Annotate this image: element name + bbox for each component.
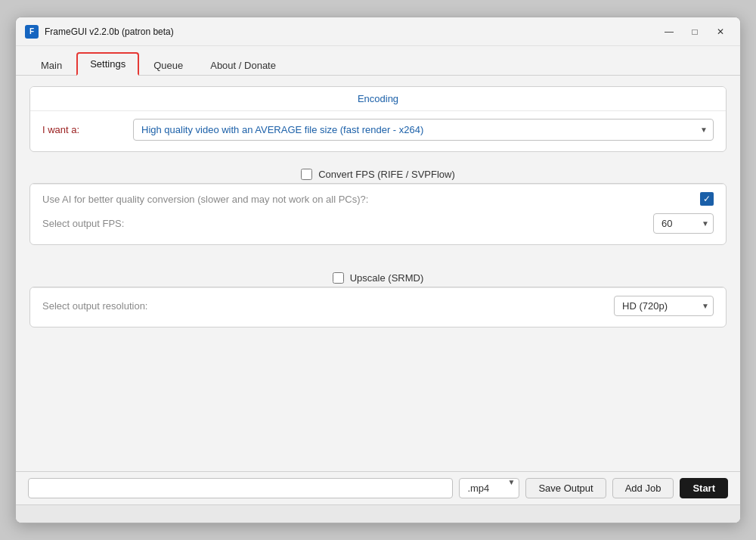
- tabs-bar: Main Settings Queue About / Donate: [16, 46, 740, 76]
- fps-checkbox[interactable]: [301, 169, 312, 180]
- fps-checkbox-header: Convert FPS (RIFE / SVPFlow): [29, 163, 727, 183]
- upscale-section: Upscale (SRMD) Select output resolution:…: [29, 266, 727, 327]
- ext-select[interactable]: .mp4 .mkv .avi .mov: [459, 478, 519, 498]
- app-icon: F: [25, 25, 39, 39]
- encoding-field-row: I want a: High quality video with an AVE…: [42, 119, 714, 141]
- resolution-row: Select output resolution: HD (720p) Full…: [42, 296, 714, 316]
- add-job-button[interactable]: Add Job: [612, 478, 674, 498]
- tab-main[interactable]: Main: [28, 54, 75, 76]
- status-bar: [16, 504, 740, 523]
- content-area: Encoding I want a: High quality video wi…: [16, 76, 740, 471]
- tab-queue[interactable]: Queue: [141, 54, 196, 76]
- ext-select-wrapper: .mp4 .mkv .avi .mov ▼: [459, 478, 519, 498]
- window-title: FrameGUI v2.2.0b (patron beta): [45, 26, 658, 37]
- upscale-checkbox-header: Upscale (SRMD): [29, 266, 727, 287]
- resolution-select[interactable]: HD (720p) Full HD (1080p) 4K (2160p): [614, 296, 714, 316]
- fps-checkbox-label[interactable]: Convert FPS (RIFE / SVPFlow): [318, 169, 455, 180]
- fps-card: Use AI for better quality conversion (sl…: [29, 183, 727, 245]
- bottom-bar: .mp4 .mkv .avi .mov ▼ Save Output Add Jo…: [16, 471, 740, 504]
- encoding-select[interactable]: High quality video with an AVERAGE file …: [133, 119, 714, 141]
- upscale-checkbox[interactable]: [333, 272, 344, 284]
- fps-body: Use AI for better quality conversion (sl…: [30, 184, 726, 244]
- encoding-header: Encoding: [30, 87, 726, 110]
- fps-select[interactable]: 24 30 60 120: [653, 213, 714, 234]
- encoding-body: I want a: High quality video with an AVE…: [30, 110, 726, 151]
- resolution-label: Select output resolution:: [42, 300, 614, 312]
- fps-section: Convert FPS (RIFE / SVPFlow) Use AI for …: [29, 163, 727, 245]
- resolution-select-wrapper: HD (720p) Full HD (1080p) 4K (2160p) ▼: [614, 296, 714, 316]
- tab-about[interactable]: About / Donate: [197, 54, 289, 76]
- ai-row: Use AI for better quality conversion (sl…: [42, 192, 714, 206]
- ai-label: Use AI for better quality conversion (sl…: [42, 194, 700, 205]
- minimize-button[interactable]: —: [658, 24, 680, 39]
- title-bar: F FrameGUI v2.2.0b (patron beta) — □ ✕: [16, 17, 740, 46]
- upscale-checkbox-label[interactable]: Upscale (SRMD): [350, 272, 424, 284]
- fps-select-wrapper: 24 30 60 120 ▼: [653, 213, 714, 234]
- output-path-input[interactable]: [28, 478, 453, 498]
- encoding-section: Encoding I want a: High quality video wi…: [29, 86, 727, 152]
- tab-settings[interactable]: Settings: [76, 52, 139, 76]
- close-button[interactable]: ✕: [710, 24, 731, 39]
- maximize-button[interactable]: □: [684, 24, 705, 39]
- ai-checkbox-col: ✓: [700, 192, 714, 206]
- save-output-button[interactable]: Save Output: [525, 478, 606, 498]
- i-want-label: I want a:: [42, 124, 133, 135]
- encoding-select-wrapper: High quality video with an AVERAGE file …: [133, 119, 714, 141]
- main-window: F FrameGUI v2.2.0b (patron beta) — □ ✕ M…: [15, 17, 741, 523]
- fps-label: Select output FPS:: [42, 218, 653, 229]
- ai-checked-icon: ✓: [700, 192, 714, 206]
- start-button[interactable]: Start: [680, 478, 728, 498]
- window-controls: — □ ✕: [658, 24, 731, 39]
- upscale-body: Select output resolution: HD (720p) Full…: [30, 287, 726, 327]
- upscale-card: Select output resolution: HD (720p) Full…: [29, 287, 727, 327]
- fps-row: Select output FPS: 24 30 60 120 ▼: [42, 213, 714, 234]
